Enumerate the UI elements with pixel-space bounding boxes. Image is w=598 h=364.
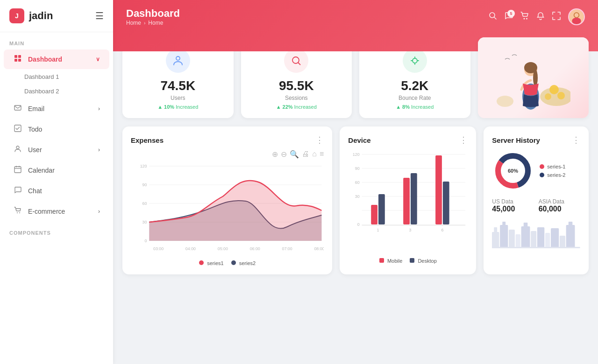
expenses-chart-card: Expenses ⋮ ⊕ ⊖ 🔍 🖨 ⌂ ≡	[122, 126, 332, 274]
donut-legend-series1: series-1	[540, 164, 565, 169]
expenses-svg-chart: 120 90 60 30 0 03:00 04:00 05:00 06:00 0…	[131, 161, 324, 255]
server-history-title: Server History	[492, 136, 540, 144]
us-data-block: US Data 45,000	[492, 198, 534, 213]
donut-legend: series-1 series-2	[540, 164, 565, 178]
zoom-reset-button[interactable]: 🔍	[290, 150, 299, 159]
svg-point-17	[176, 56, 180, 60]
server-history-header: Server History ⋮	[492, 135, 580, 145]
download-button[interactable]: 🖨	[302, 150, 309, 159]
sessions-value: 95.5K	[279, 78, 314, 93]
svg-rect-75	[516, 234, 520, 248]
svg-rect-76	[521, 226, 530, 248]
expenses-menu-button[interactable]: ⋮	[315, 135, 324, 145]
device-legend: Mobile Desktop	[348, 258, 468, 264]
svg-point-28	[533, 70, 538, 86]
cart-button[interactable]	[520, 12, 529, 22]
main-area: Dashboard Home › Home 5	[113, 0, 598, 364]
svg-point-23	[557, 92, 565, 99]
sidebar-item-dashboard[interactable]: Dashboard ∨	[4, 49, 109, 69]
sidebar: J jadin ☰ Main Dashboard ∨ Dashboard 1 D…	[0, 0, 113, 364]
svg-rect-58	[403, 178, 410, 224]
ecommerce-chevron: ›	[98, 208, 100, 215]
zoom-in-button[interactable]: ⊕	[272, 150, 278, 159]
svg-point-10	[490, 13, 495, 18]
svg-text:60%: 60%	[508, 168, 518, 174]
asia-data-value: 60,000	[539, 205, 580, 213]
sidebar-item-ecommerce[interactable]: E-commerce ›	[4, 202, 109, 221]
expenses-legend: series1 series2	[131, 260, 324, 266]
sidebar-item-dashboard-label: Dashboard	[28, 56, 62, 63]
sidebar-item-chat[interactable]: Chat	[4, 181, 109, 201]
svg-text:05:00: 05:00	[218, 246, 228, 251]
avatar[interactable]	[568, 8, 585, 25]
bounce-icon-wrap	[403, 49, 427, 73]
content-area: 74.5K Users ▲ 10% Increased 95.5K Sessio…	[113, 37, 598, 364]
svg-point-19	[413, 58, 417, 63]
header-left: Dashboard Home › Home	[126, 7, 180, 26]
svg-text:120: 120	[140, 164, 147, 168]
more-button[interactable]: ≡	[320, 150, 324, 159]
svg-text:90: 90	[355, 166, 360, 171]
svg-rect-79	[537, 227, 544, 248]
dashboard-chevron: ∨	[96, 56, 100, 63]
notification-button[interactable]	[536, 12, 545, 22]
sidebar-sub-dashboard2[interactable]: Dashboard 2	[0, 84, 113, 98]
sidebar-item-todo[interactable]: Todo	[4, 119, 109, 139]
users-change: ▲ 10% Increased	[157, 104, 198, 110]
svg-rect-82	[560, 236, 565, 248]
sidebar-header: J jadin ☰	[0, 0, 113, 32]
device-menu-button[interactable]: ⋮	[459, 135, 468, 145]
user-icon	[13, 145, 22, 154]
svg-text:120: 120	[353, 152, 360, 157]
sidebar-item-todo-label: Todo	[28, 126, 42, 133]
page-title: Dashboard	[126, 7, 180, 20]
users-value: 74.5K	[160, 78, 195, 93]
breadcrumb-home[interactable]: Home	[126, 20, 141, 26]
users-pct: 10%	[164, 104, 174, 110]
fullscreen-button[interactable]	[552, 12, 561, 22]
sidebar-item-calendar[interactable]: Calendar	[4, 161, 109, 180]
bounce-value: 5.2K	[401, 78, 428, 93]
hero-illustration	[496, 45, 570, 111]
header-actions: 5	[489, 8, 585, 25]
breadcrumb: Home › Home	[126, 20, 180, 26]
svg-text:0: 0	[357, 222, 360, 227]
svg-text:90: 90	[142, 182, 147, 187]
bounce-pct: 8%	[402, 104, 410, 110]
zoom-out-button[interactable]: ⊖	[281, 150, 287, 159]
svg-rect-83	[566, 225, 575, 248]
hero-card-inner	[478, 37, 589, 118]
header-top-row: Dashboard Home › Home 5	[126, 7, 585, 26]
sidebar-item-user[interactable]: User ›	[4, 140, 109, 160]
users-icon-wrap	[166, 49, 190, 73]
search-button[interactable]	[489, 12, 497, 22]
device-title: Device	[348, 136, 370, 144]
sessions-change-text: Increased	[294, 104, 317, 110]
svg-rect-72	[500, 225, 508, 248]
server-history-menu-button[interactable]: ⋮	[572, 135, 580, 145]
svg-text:3: 3	[409, 228, 412, 232]
expenses-toolbar: ⊕ ⊖ 🔍 🖨 ⌂ ≡	[131, 150, 324, 159]
svg-rect-56	[371, 205, 378, 224]
device-svg-chart: 120 90 60 30 0 1 3 6	[348, 150, 468, 252]
device-legend-mobile: Mobile	[379, 258, 402, 264]
svg-rect-70	[492, 232, 499, 248]
hamburger-button[interactable]: ☰	[95, 10, 104, 21]
sidebar-sub-dashboard1[interactable]: Dashboard 1	[0, 70, 113, 84]
svg-rect-0	[14, 55, 17, 58]
sidebar-item-chat-label: Chat	[28, 187, 42, 195]
svg-rect-60	[435, 155, 442, 224]
svg-rect-1	[18, 55, 21, 58]
svg-point-22	[549, 85, 559, 94]
sidebar-item-calendar-label: Calendar	[28, 167, 55, 174]
message-button[interactable]: 5	[505, 12, 513, 22]
svg-rect-78	[531, 231, 537, 248]
sidebar-item-email[interactable]: Email ›	[4, 99, 109, 119]
charts-row: Expenses ⋮ ⊕ ⊖ 🔍 🖨 ⌂ ≡	[122, 126, 589, 274]
bounce-label: Bounce Rate	[399, 95, 431, 101]
expenses-title: Expenses	[131, 136, 164, 144]
sidebar-item-ecommerce-label: E-commerce	[28, 208, 65, 215]
home-button[interactable]: ⌂	[312, 150, 317, 159]
donut-chart-svg: 60%	[492, 150, 534, 192]
device-header: Device ⋮	[348, 135, 468, 145]
